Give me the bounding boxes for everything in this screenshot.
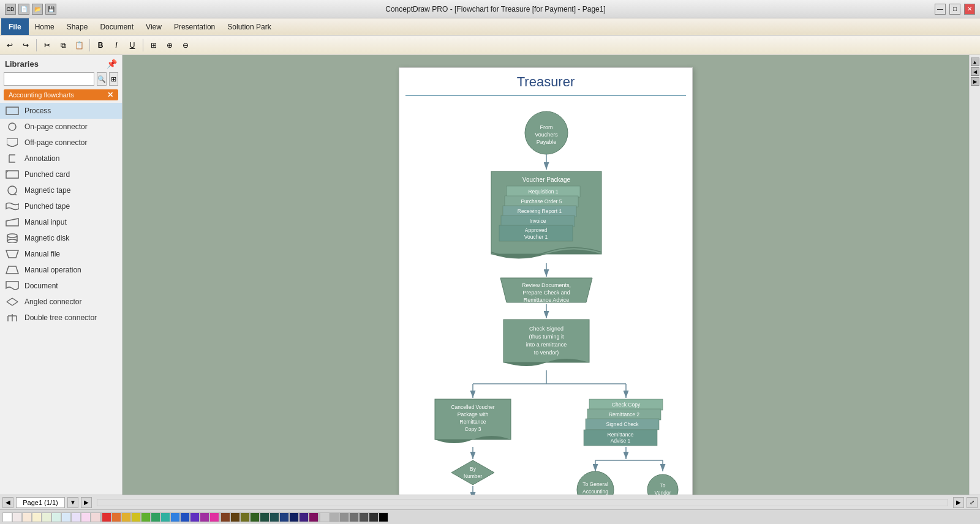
color-swatch-gray3[interactable] [339, 512, 349, 522]
menu-presentation[interactable]: Presentation [168, 20, 221, 34]
right-panel-btn-3[interactable]: ▶ [971, 77, 979, 86]
color-swatch-light2[interactable] [22, 512, 32, 522]
toolbar-bold[interactable]: B [93, 38, 108, 53]
color-swatch-light3[interactable] [32, 512, 42, 522]
color-swatch-green2[interactable] [151, 512, 160, 522]
color-swatch-darkblue2[interactable] [289, 512, 299, 522]
maximize-button[interactable]: □ [949, 4, 960, 15]
color-swatch-green1[interactable] [141, 512, 151, 522]
menu-home[interactable]: Home [29, 20, 61, 34]
toolbar-redo[interactable]: ↪ [18, 38, 33, 53]
color-swatch-gray4[interactable] [349, 512, 359, 522]
color-swatch-pink1[interactable] [209, 512, 219, 522]
toolbar-undo[interactable]: ↩ [2, 38, 17, 53]
library-items: Process On-page connector Off-page conne… [0, 103, 122, 495]
color-swatch-blue1[interactable] [170, 512, 180, 522]
library-close-button[interactable]: ✕ [107, 91, 113, 99]
sidebar-item-angled-connector[interactable]: Angled connector [0, 294, 122, 310]
menu-view[interactable]: View [140, 20, 168, 34]
toolbar-zoom-fit[interactable]: ⊞ [146, 38, 161, 53]
sidebar-item-manual-input[interactable]: Manual input [0, 214, 122, 230]
color-swatch-light1[interactable] [12, 512, 22, 522]
color-swatch-light4[interactable] [42, 512, 51, 522]
sidebar-item-punched-tape[interactable]: Punched tape [0, 198, 122, 214]
color-swatch-brown1[interactable] [221, 512, 230, 522]
library-view-button[interactable]: ⊞ [109, 72, 118, 86]
right-panel-btn-2[interactable]: ◀ [971, 67, 979, 76]
color-swatch-darkteal[interactable] [270, 512, 279, 522]
color-swatch-gray1[interactable] [320, 512, 330, 522]
color-swatch-gray5[interactable] [359, 512, 369, 522]
toolbar-underline[interactable]: U [125, 38, 140, 53]
page-input[interactable] [16, 497, 65, 508]
sidebar-pin-icon[interactable]: 📌 [107, 59, 117, 69]
svg-text:Voucher 1: Voucher 1 [524, 234, 548, 240]
color-swatch-light5[interactable] [51, 512, 61, 522]
color-swatch-red1[interactable] [102, 512, 111, 522]
color-swatch-yellow1[interactable] [121, 512, 131, 522]
search-button[interactable]: 🔍 [97, 72, 107, 86]
color-swatch-brown2[interactable] [230, 512, 240, 522]
svg-text:Signed Check: Signed Check [606, 421, 639, 427]
color-swatch-purple1[interactable] [190, 512, 200, 522]
color-swatch-black[interactable] [379, 512, 388, 522]
sidebar-item-offpage[interactable]: Off-page connector [0, 135, 122, 151]
toolbar-icon-open[interactable]: 📂 [32, 4, 43, 15]
sidebar-item-magnetic-tape[interactable]: Magnetic tape [0, 182, 122, 198]
color-swatch-teal1[interactable] [160, 512, 170, 522]
horizontal-scrollbar[interactable] [97, 499, 948, 506]
toolbar-zoom-in[interactable]: ⊕ [162, 38, 177, 53]
scroll-right-button[interactable]: ▶ [953, 497, 964, 508]
color-swatch-blue2[interactable] [180, 512, 190, 522]
search-input[interactable] [4, 72, 94, 86]
close-button[interactable]: ✕ [964, 4, 975, 15]
color-swatch-white[interactable] [2, 512, 12, 522]
svg-point-11 [7, 239, 17, 243]
color-swatch-darkgreen1[interactable] [250, 512, 260, 522]
right-panel-btn-1[interactable]: ▲ [971, 58, 979, 66]
menu-document[interactable]: Document [94, 20, 140, 34]
svg-marker-12 [6, 250, 18, 258]
minimize-button[interactable]: — [935, 4, 946, 15]
page-next-button[interactable]: ▶ [81, 497, 92, 508]
toolbar-icon-save[interactable]: 💾 [45, 4, 56, 15]
color-swatch-olive[interactable] [240, 512, 250, 522]
color-swatch-light7[interactable] [71, 512, 81, 522]
sidebar-item-manual-operation[interactable]: Manual operation [0, 262, 122, 278]
toolbar-zoom-out[interactable]: ⊖ [178, 38, 193, 53]
color-swatch-darkblue1[interactable] [279, 512, 289, 522]
color-swatch-orange1[interactable] [111, 512, 121, 522]
sidebar-item-manual-file[interactable]: Manual file [0, 246, 122, 262]
color-swatch-darkpurple[interactable] [299, 512, 309, 522]
color-swatch-darkpink[interactable] [309, 512, 318, 522]
sidebar-item-process[interactable]: Process [0, 103, 122, 119]
color-swatch-light9[interactable] [91, 512, 100, 522]
toolbar-copy[interactable]: ⧉ [56, 38, 70, 53]
toolbar-cut[interactable]: ✂ [40, 38, 55, 53]
color-swatch-yellow2[interactable] [131, 512, 141, 522]
color-swatch-purple2[interactable] [200, 512, 209, 522]
sidebar-item-punched-card[interactable]: Punched card [0, 167, 122, 182]
canvas-area[interactable]: Treasurer From Vouchers Payable Vo [123, 55, 969, 495]
sidebar-item-document[interactable]: Document [0, 278, 122, 294]
sidebar-item-annotation[interactable]: Annotation [0, 151, 122, 167]
color-swatch-light6[interactable] [61, 512, 71, 522]
color-swatch-light8[interactable] [81, 512, 91, 522]
page-dropdown-button[interactable]: ▼ [67, 497, 78, 508]
menu-solution-park[interactable]: Solution Park [221, 20, 277, 34]
menu-file[interactable]: File [1, 18, 29, 35]
toolbar-icon-new[interactable]: 📄 [18, 4, 29, 15]
toolbar-italic[interactable]: I [109, 38, 124, 53]
color-swatch-darkgreen2[interactable] [260, 512, 270, 522]
color-swatch-gray2[interactable] [330, 512, 339, 522]
manual-input-icon [5, 217, 20, 228]
svg-text:Remittance: Remittance [460, 419, 486, 425]
sidebar-item-double-tree[interactable]: Double tree connector [0, 310, 122, 326]
sidebar-item-magnetic-disk[interactable]: Magnetic disk [0, 230, 122, 246]
page-prev-button[interactable]: ◀ [2, 497, 13, 508]
color-swatch-gray6[interactable] [369, 512, 379, 522]
sidebar-item-onpage[interactable]: On-page connector [0, 119, 122, 135]
toolbar-paste[interactable]: 📋 [72, 38, 86, 53]
expand-button[interactable]: ⤢ [967, 497, 978, 508]
menu-shape[interactable]: Shape [61, 20, 94, 34]
